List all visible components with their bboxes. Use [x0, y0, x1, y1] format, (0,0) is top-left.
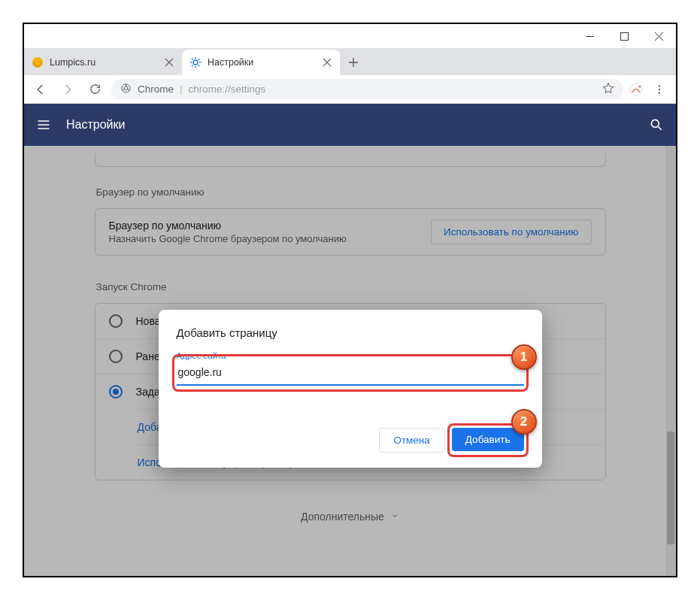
dialog-title: Добавить страницу — [177, 326, 524, 339]
lumpics-favicon-icon — [32, 56, 44, 68]
settings-header: Настройки — [24, 104, 676, 146]
window-close-button[interactable] — [641, 24, 676, 48]
tab-settings[interactable]: Настройки — [182, 50, 340, 75]
site-url-input[interactable] — [177, 362, 524, 386]
content-area: Браузер по умолчанию Браузер по умолчани… — [24, 146, 676, 576]
tab-title: Настройки — [208, 57, 316, 68]
svg-point-4 — [124, 86, 128, 90]
tab-close-icon[interactable] — [322, 57, 332, 68]
address-bar[interactable]: Chrome | chrome://settings — [111, 79, 623, 100]
tab-close-icon[interactable] — [164, 57, 174, 68]
browser-toolbar: Chrome | chrome://settings — [24, 75, 676, 104]
window-frame: Lumpics.ru Настройки — [23, 23, 677, 577]
new-tab-button[interactable] — [343, 52, 364, 73]
window-titlebar — [24, 24, 676, 48]
omnibox-origin: Chrome — [138, 83, 174, 95]
star-icon[interactable] — [602, 82, 614, 96]
svg-point-10 — [651, 120, 659, 127]
svg-point-2 — [193, 60, 198, 65]
extension-icon[interactable] — [629, 83, 643, 96]
svg-point-9 — [659, 92, 660, 93]
omnibox-separator: | — [180, 83, 183, 95]
svg-point-6 — [639, 85, 641, 87]
settings-title: Настройки — [66, 118, 634, 132]
gear-icon — [189, 56, 202, 68]
svg-point-7 — [659, 85, 660, 86]
chrome-page-icon — [120, 83, 132, 96]
tab-strip: Lumpics.ru Настройки — [24, 48, 676, 75]
omnibox-path: chrome://settings — [189, 83, 266, 95]
svg-point-8 — [659, 88, 660, 89]
window-maximize-button[interactable] — [607, 24, 641, 48]
browser-menu-button[interactable] — [649, 79, 670, 100]
tab-lumpics[interactable]: Lumpics.ru — [24, 50, 182, 75]
add-page-dialog: Добавить страницу Адрес сайта 1 Отмена Д… — [159, 310, 542, 468]
add-button[interactable]: Добавить — [452, 428, 524, 451]
cancel-button[interactable]: Отмена — [379, 428, 444, 453]
hamburger-menu-icon[interactable] — [35, 116, 53, 134]
tab-title: Lumpics.ru — [50, 57, 158, 68]
window-minimize-button[interactable] — [572, 24, 607, 48]
reload-button[interactable] — [84, 79, 105, 100]
forward-button[interactable] — [57, 79, 78, 100]
svg-rect-0 — [620, 32, 628, 40]
field-label: Адрес сайта — [177, 351, 524, 360]
search-icon[interactable] — [647, 116, 665, 134]
back-button[interactable] — [30, 79, 51, 100]
